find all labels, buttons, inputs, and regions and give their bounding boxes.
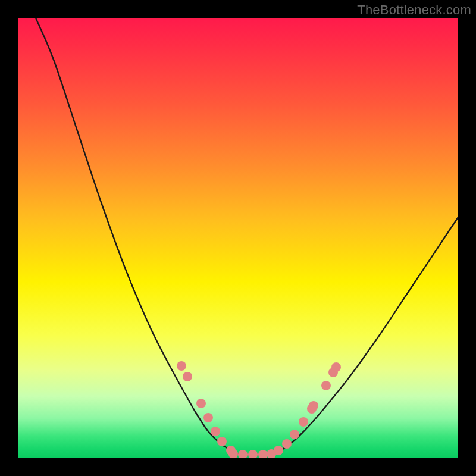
marker-dot	[328, 368, 338, 377]
marker-layer	[177, 361, 341, 458]
marker-dot	[228, 449, 238, 458]
marker-dot	[217, 437, 227, 446]
marker-dot	[290, 430, 299, 439]
marker-dot	[203, 413, 213, 422]
curves-svg	[18, 18, 458, 458]
marker-dot	[299, 417, 308, 427]
marker-dot	[282, 439, 292, 449]
series-left-curve	[36, 18, 235, 453]
curve-layer	[36, 18, 458, 455]
marker-dot	[321, 381, 331, 390]
marker-dot	[274, 446, 283, 455]
marker-dot	[226, 446, 236, 455]
marker-dot	[183, 372, 192, 381]
marker-dot	[196, 399, 206, 408]
marker-dot	[211, 427, 220, 436]
marker-dot	[258, 450, 268, 458]
plot-area	[18, 18, 458, 458]
series-right-curve	[274, 217, 458, 453]
marker-dot	[248, 450, 258, 458]
marker-dot	[238, 450, 248, 458]
marker-dot	[307, 404, 317, 414]
marker-dot	[309, 401, 318, 411]
marker-dot	[331, 362, 341, 372]
chart-stage: TheBottleneck.com	[0, 0, 476, 476]
marker-dot	[177, 361, 186, 371]
watermark-text: TheBottleneck.com	[357, 2, 471, 18]
series-flat-bottom	[229, 453, 274, 455]
marker-dot	[267, 449, 276, 458]
